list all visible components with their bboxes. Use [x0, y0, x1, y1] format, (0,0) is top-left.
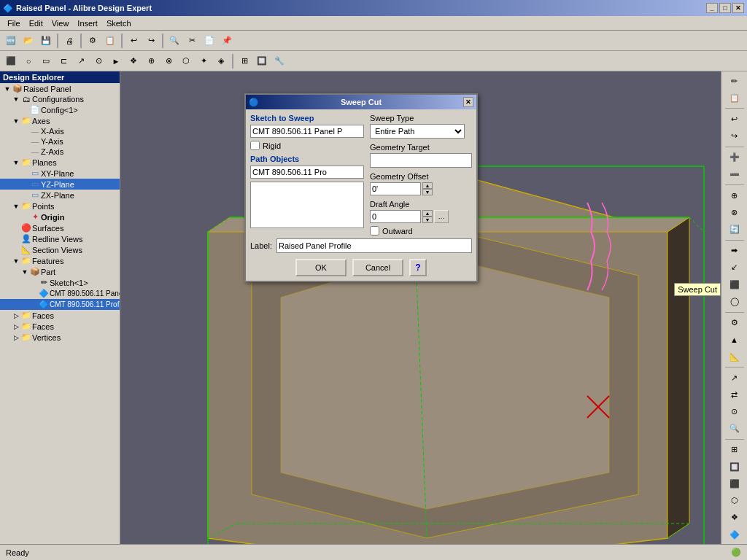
- draft-spin-up[interactable]: ▲: [422, 210, 433, 217]
- outward-checkbox[interactable]: [370, 226, 379, 236]
- tree-item-planes[interactable]: ▼ 📁 Planes: [0, 157, 120, 168]
- rt-copy[interactable]: 📋: [724, 90, 745, 106]
- tree-item-config1[interactable]: 📄 Config<1>: [0, 104, 120, 115]
- tree-item-edges[interactable]: ▷ 📁 Faces: [0, 310, 120, 321]
- tree-item-vertices[interactable]: ▷ 📁 Vertices: [0, 332, 120, 343]
- tree-item-cmt-path[interactable]: 🔷 CMT 890.506.11 Profile Path: [0, 299, 120, 310]
- rt-search[interactable]: 🔍: [724, 421, 745, 437]
- draft-angle-input[interactable]: [370, 210, 421, 223]
- tb-save[interactable]: 💾: [38, 33, 54, 49]
- tb2-circle[interactable]: ○: [20, 53, 36, 69]
- tb2-play[interactable]: ►: [108, 53, 124, 69]
- rt-zoom-fit[interactable]: ⊕: [724, 187, 745, 203]
- sweep-type-select[interactable]: Entire Path To Next Through All: [370, 124, 465, 139]
- viewport[interactable]: 🔵 Sweep Cut ✕ Sketch to Sweep CMT 890.50…: [120, 71, 721, 544]
- menu-file[interactable]: File: [3, 18, 25, 29]
- tree-item-configurations[interactable]: ▼ 🗂 Configurations: [0, 94, 120, 104]
- tree-item-surfaces[interactable]: 🔴 Surfaces: [0, 222, 120, 233]
- menu-view[interactable]: View: [47, 18, 74, 29]
- tb2-hex[interactable]: ⬡: [178, 53, 194, 69]
- tree-item-zxplane[interactable]: ▭ ZX-Plane: [0, 190, 120, 201]
- tree-item-section-views[interactable]: 📐 Section Views: [0, 244, 120, 255]
- tree-item-yaxis[interactable]: — Y-Axis: [0, 136, 120, 147]
- tb-settings[interactable]: ⚙: [85, 33, 101, 49]
- geometry-offset-input[interactable]: [370, 182, 421, 195]
- tree-item-origin[interactable]: ✦ Origin: [0, 211, 120, 222]
- close-button[interactable]: ✕: [732, 3, 744, 13]
- minimize-button[interactable]: _: [706, 3, 718, 13]
- tb-doc[interactable]: 📄: [201, 33, 217, 49]
- rt-zoom-out[interactable]: ⊗: [724, 204, 745, 220]
- menu-sketch[interactable]: Sketch: [102, 18, 136, 29]
- rt-tri[interactable]: ▲: [724, 332, 745, 348]
- tb2-diamond[interactable]: ◈: [213, 53, 229, 69]
- tb2-add[interactable]: ⊕: [143, 53, 159, 69]
- tb2-rect[interactable]: ⬛: [3, 53, 19, 69]
- rt-shape[interactable]: 🔷: [724, 526, 745, 542]
- label-field-input[interactable]: [276, 238, 472, 253]
- rt-hex[interactable]: ⬡: [724, 492, 745, 508]
- tree-item-xyplane[interactable]: ▭ XY-Plane: [0, 168, 120, 179]
- tree-item-redline-views[interactable]: 👤 Redline Views: [0, 233, 120, 244]
- tb2-more1[interactable]: ⊞: [236, 53, 252, 69]
- sweep-dialog-title[interactable]: 🔵 Sweep Cut ✕: [246, 95, 476, 109]
- tb2-box[interactable]: ▭: [38, 53, 54, 69]
- tree-item-yzplane[interactable]: ▭ YZ-Plane: [0, 179, 120, 190]
- rt-frame[interactable]: 🔲: [724, 459, 745, 475]
- rt-filled[interactable]: ⬛: [724, 475, 745, 491]
- rt-square[interactable]: ⬛: [724, 276, 745, 292]
- tree-item-cmt-panel[interactable]: 🔷 CMT 890.506.11 Panel Profile_CatalogFe…: [0, 288, 120, 299]
- spin-down[interactable]: ▼: [422, 189, 433, 195]
- rt-edit[interactable]: ✏: [724, 73, 745, 89]
- rt-diamond[interactable]: ❖: [724, 510, 745, 526]
- rt-swap[interactable]: ⇄: [724, 386, 745, 402]
- tb-zoom[interactable]: 🔍: [166, 33, 182, 49]
- geometry-offset-spinner[interactable]: ▲ ▼: [422, 182, 433, 195]
- help-button[interactable]: ?: [409, 259, 427, 276]
- tb2-cross[interactable]: ❖: [125, 53, 142, 69]
- tree-item-sketch1[interactable]: ✏ Sketch<1>: [0, 277, 120, 288]
- geometry-target-input[interactable]: [370, 153, 472, 168]
- rt-ne[interactable]: ↗: [724, 370, 745, 386]
- path-objects-list[interactable]: [250, 182, 364, 228]
- rt-redo[interactable]: ↪: [724, 128, 745, 144]
- tree-item-faces[interactable]: ▷ 📁 Faces: [0, 321, 120, 332]
- rt-orbit[interactable]: ⊙: [724, 403, 745, 419]
- title-bar-controls[interactable]: _ □ ✕: [706, 3, 744, 13]
- rt-plus[interactable]: ➕: [724, 149, 745, 166]
- rt-measure[interactable]: 📐: [724, 349, 745, 365]
- ok-button[interactable]: OK: [295, 259, 347, 276]
- tb-redo[interactable]: ↪: [143, 33, 159, 49]
- tb2-more3[interactable]: 🔧: [271, 53, 287, 69]
- draft-spin-down[interactable]: ▼: [422, 217, 433, 223]
- tb-copy[interactable]: 📋: [102, 33, 118, 49]
- tree-item-features[interactable]: ▼ 📁 Features: [0, 255, 120, 266]
- maximize-button[interactable]: □: [719, 3, 731, 13]
- tree-item-xaxis[interactable]: — X-Axis: [0, 126, 120, 136]
- spin-up[interactable]: ▲: [422, 182, 433, 189]
- rt-rotate[interactable]: 🔄: [724, 222, 745, 238]
- tree-item-points[interactable]: ▼ 📁 Points: [0, 201, 120, 211]
- tb-print[interactable]: 🖨: [61, 33, 77, 49]
- tb2-remove[interactable]: ⊗: [160, 53, 177, 69]
- menu-insert[interactable]: Insert: [73, 18, 102, 29]
- rt-arrow[interactable]: ➡: [724, 243, 745, 259]
- rt-minus[interactable]: ➖: [724, 166, 745, 182]
- rt-gear[interactable]: ⚙: [724, 314, 745, 330]
- tb-new[interactable]: 🆕: [3, 33, 19, 49]
- tree-item-raised-panel[interactable]: ▼ 📦 Raised Panel: [0, 83, 120, 94]
- rt-undo[interactable]: ↩: [724, 111, 745, 127]
- tb-open[interactable]: 📂: [20, 33, 36, 49]
- tb-cut[interactable]: ✂: [184, 33, 200, 49]
- rt-grid[interactable]: ⊞: [724, 442, 745, 458]
- tree-item-axes[interactable]: ▼ 📁 Axes: [0, 115, 120, 126]
- tb-undo[interactable]: ↩: [125, 33, 142, 49]
- tb2-more2[interactable]: 🔲: [254, 53, 270, 69]
- tb2-path[interactable]: ⊏: [55, 53, 71, 69]
- tb2-orbit[interactable]: ⊙: [90, 53, 107, 69]
- tb2-star[interactable]: ✦: [196, 53, 212, 69]
- rigid-checkbox[interactable]: [250, 141, 260, 150]
- rt-down[interactable]: ↙: [724, 260, 745, 276]
- tree-item-part[interactable]: ▼ 📦 Part: [0, 266, 120, 277]
- tb-pin[interactable]: 📌: [219, 33, 235, 49]
